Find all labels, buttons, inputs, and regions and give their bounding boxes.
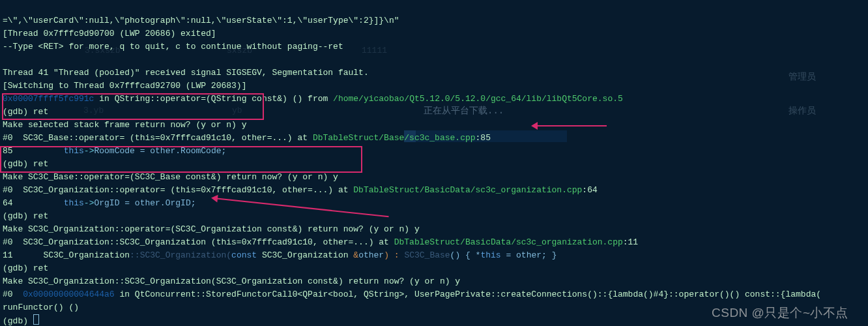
terminal-output[interactable]: =\",\"userCard\":null,\"photograph\":nul… [0,0,868,326]
line-src-85: 85 this->RoomCode = other.RoomCode; [3,146,226,156]
watermark: CSDN @只是个~小不点 [712,306,848,319]
line-frame-org-ctor: #0 SC3C_Organization::SC3C_Organization … [3,237,638,247]
line-frame-base: #0 SC3C_Base::operator= (this=0x7fffcad9… [3,133,491,143]
line-thread-exit: [Thread 0x7fffc9d90700 (LWP 20686) exite… [3,29,216,38]
line-switch-thread: [Switching to Thread 0x7fffcad92700 (LWP… [3,81,246,91]
line-pager-prompt: --Type <RET> for more, q to quit, c to c… [3,42,343,52]
line-confirm-4: Make SC3C_Organization::SC3C_Organizatio… [3,276,460,286]
line-src-64: 64 this->OrgID = other.OrgID; [3,198,195,208]
line-frame-functor: #0 0x00000000004644a6 in QtConcurrent::S… [3,289,821,299]
line-frame-org-op: #0 SC3C_Organization::operator= (this=0x… [3,185,598,195]
line-json: =\",\"userCard\":null,\"photograph\":nul… [3,16,399,25]
line-gdb-ret-1: (gdb) ret [3,107,48,117]
line-confirm-1: Make selected stack frame return now? (y… [3,120,246,130]
line-confirm-3: Make SC3C_Organization::operator=(SC3C_O… [3,224,420,234]
line-src-11: 11 SC3C_Organization::SC3C_Organization(… [3,250,557,260]
line-runfunctor: runFunctor() () [3,303,79,312]
line-qstring-frame: 0x00007ffff5fc991c in QString::operator=… [3,94,623,104]
input-cursor [33,314,39,325]
line-gdb-ret-2: (gdb) ret [3,159,48,169]
line-sigsegv: Thread 41 "Thread (pooled)" received sig… [3,68,369,78]
line-gdb-prompt[interactable]: (gdb) [3,316,39,326]
line-gdb-ret-3: (gdb) ret [3,211,48,221]
line-confirm-2: Make SC3C_Base::operator=(SC3C_Base cons… [3,172,338,182]
line-gdb-ret-4: (gdb) ret [3,263,48,273]
